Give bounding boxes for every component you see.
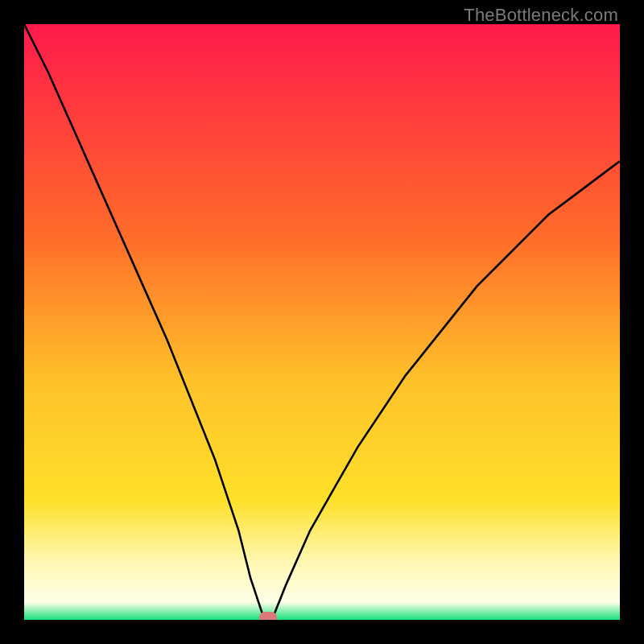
watermark-text: TheBottleneck.com bbox=[464, 5, 618, 26]
minimum-marker bbox=[259, 612, 277, 620]
bottleneck-curve bbox=[24, 24, 620, 620]
plot-area bbox=[24, 24, 620, 620]
chart-frame: TheBottleneck.com bbox=[0, 0, 644, 644]
